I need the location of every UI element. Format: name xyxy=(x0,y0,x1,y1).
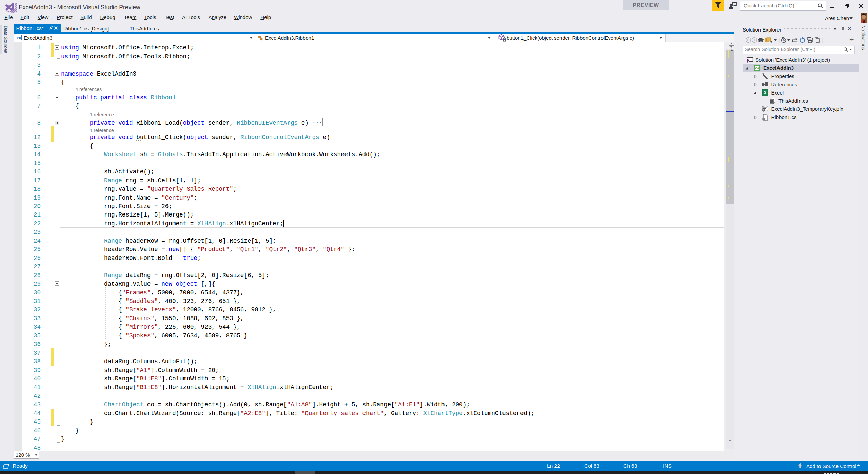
svg-text:X: X xyxy=(764,90,766,95)
svg-text:C#: C# xyxy=(755,67,759,70)
